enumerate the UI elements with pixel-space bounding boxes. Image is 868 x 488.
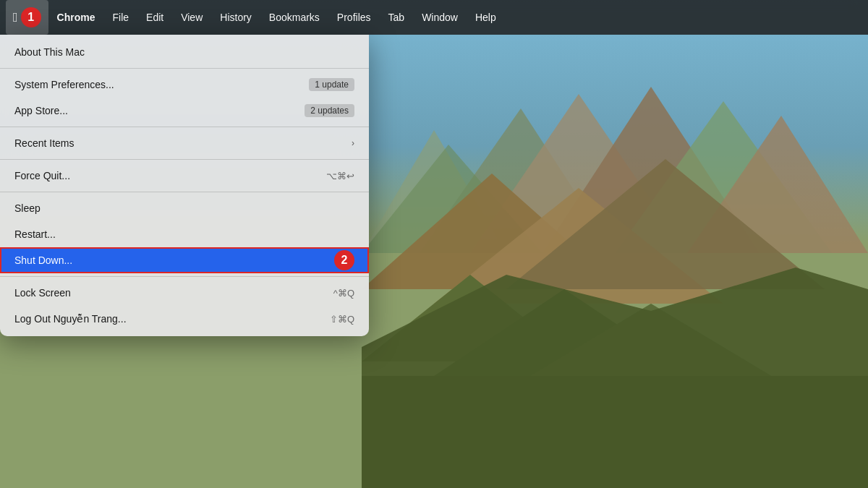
menubar-item-profiles[interactable]: Profiles [328, 0, 380, 35]
menubar-item-history[interactable]: History [211, 0, 260, 35]
separator-separator1 [0, 68, 369, 69]
chevron-right-icon: › [352, 138, 354, 148]
separator-separator3 [0, 159, 369, 160]
menubar-item-help[interactable]: Help [467, 0, 505, 35]
menu-item-shutdown[interactable]: Shut Down...2 [0, 247, 369, 273]
menu-item-lock_screen[interactable]: Lock Screen^⌘Q [0, 280, 369, 306]
annotation-1: 1 [21, 7, 41, 27]
menu-item-recent_items[interactable]: Recent Items› [0, 130, 369, 156]
menu-item-label-lock_screen: Lock Screen [14, 287, 71, 299]
shortcut-force_quit: ⌥⌘↩ [326, 171, 354, 181]
shortcut-logout: ⇧⌘Q [330, 314, 354, 325]
menubar-items: ChromeFileEditViewHistoryBookmarksProfil… [48, 0, 505, 35]
menubar-item-window[interactable]: Window [413, 0, 467, 35]
menu-item-right-recent_items: › [352, 138, 354, 148]
menu-item-logout[interactable]: Log Out Nguyễn Trang...⇧⌘Q [0, 306, 369, 332]
separator-separator2 [0, 127, 369, 127]
menubar-item-edit[interactable]: Edit [137, 0, 172, 35]
menubar-item-bookmarks[interactable]: Bookmarks [260, 0, 328, 35]
apple-icon:  [13, 10, 18, 25]
menubar-item-chrome[interactable]: Chrome [48, 0, 104, 35]
menu-item-label-app_store: App Store... [14, 105, 68, 116]
menubar-item-tab[interactable]: Tab [380, 0, 414, 35]
badge-system_prefs: 1 update [309, 78, 354, 91]
menu-item-label-force_quit: Force Quit... [14, 170, 70, 181]
menu-item-sleep[interactable]: Sleep [0, 195, 369, 221]
shortcut-lock_screen: ^⌘Q [333, 288, 354, 299]
annotation-2: 2 [334, 250, 354, 270]
menu-item-right-app_store: 2 updates [305, 104, 354, 117]
apple-menu-button[interactable]:  1 [6, 0, 48, 35]
menu-item-right-lock_screen: ^⌘Q [333, 288, 354, 299]
menu-item-label-shutdown: Shut Down... [14, 254, 72, 266]
separator-separator4 [0, 192, 369, 192]
menu-item-label-system_prefs: System Preferences... [14, 79, 114, 90]
menu-item-right-force_quit: ⌥⌘↩ [326, 171, 354, 181]
menu-item-restart[interactable]: Restart... [0, 221, 369, 247]
menu-item-app_store[interactable]: App Store...2 updates [0, 98, 369, 124]
menu-item-about[interactable]: About This Mac [0, 39, 369, 65]
menu-item-label-restart: Restart... [14, 228, 56, 240]
menubar-item-file[interactable]: File [103, 0, 137, 35]
menu-item-label-recent_items: Recent Items [14, 137, 74, 149]
menu-item-right-logout: ⇧⌘Q [330, 314, 354, 325]
menubar-item-view[interactable]: View [172, 0, 211, 35]
separator-separator5 [0, 276, 369, 277]
menu-item-label-about: About This Mac [14, 46, 85, 58]
menu-item-label-sleep: Sleep [14, 202, 41, 214]
menu-item-system_prefs[interactable]: System Preferences...1 update [0, 72, 369, 98]
menu-item-force_quit[interactable]: Force Quit...⌥⌘↩ [0, 163, 369, 189]
badge-app_store: 2 updates [305, 104, 354, 117]
menubar:  1 ChromeFileEditViewHistoryBookmarksPr… [0, 0, 868, 35]
menu-item-right-system_prefs: 1 update [309, 78, 354, 91]
apple-dropdown-menu: About This MacSystem Preferences...1 upd… [0, 35, 369, 336]
menu-item-label-logout: Log Out Nguyễn Trang... [14, 313, 127, 325]
